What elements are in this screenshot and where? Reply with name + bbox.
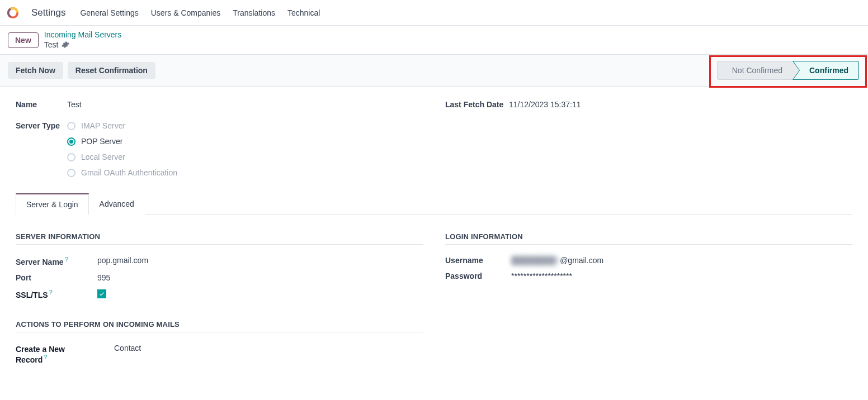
incoming-actions-title: Actions to Perform on Incoming Mails	[16, 320, 423, 332]
breadcrumb-parent-link[interactable]: Incoming Mail Servers	[44, 30, 122, 40]
port-value[interactable]: 995	[97, 273, 110, 282]
server-name-value[interactable]: pop.gmail.com	[97, 256, 148, 266]
status-confirmed[interactable]: Confirmed	[792, 61, 859, 80]
username-value[interactable]: ████████3@gmail.com	[511, 256, 603, 265]
nav-translations[interactable]: Translations	[233, 8, 275, 17]
server-info-title: Server Information	[16, 232, 423, 245]
help-icon[interactable]: ?	[44, 354, 48, 360]
tab-advanced[interactable]: Advanced	[89, 193, 145, 215]
server-type-pop[interactable]: POP Server	[67, 137, 177, 146]
ssl-checkbox[interactable]	[97, 289, 106, 298]
breadcrumb: Incoming Mail Servers Test	[44, 30, 122, 50]
breadcrumb-current: Test	[44, 40, 59, 50]
status-bar: Not Confirmed Confirmed	[717, 61, 859, 80]
server-type-gmail-oauth[interactable]: Gmail OAuth Authentication	[67, 168, 177, 177]
login-info-title: Login Information	[445, 232, 852, 245]
password-value[interactable]: ********************	[511, 272, 572, 280]
port-label: Port	[16, 273, 77, 282]
odoo-logo-icon[interactable]	[7, 7, 19, 19]
app-title[interactable]: Settings	[31, 7, 65, 18]
last-fetch-label: Last Fetch Date	[445, 99, 509, 109]
new-button[interactable]: New	[8, 32, 39, 48]
create-record-value[interactable]: Contact	[114, 344, 141, 364]
username-label: Username	[445, 256, 491, 265]
status-not-confirmed[interactable]: Not Confirmed	[717, 61, 792, 80]
name-label: Name	[16, 99, 67, 109]
ssl-label: SSL/TLS?	[16, 289, 77, 299]
tab-server-login[interactable]: Server & Login	[16, 193, 89, 215]
help-icon[interactable]: ?	[49, 289, 53, 296]
gear-icon[interactable]	[62, 41, 69, 49]
name-value[interactable]: Test	[67, 99, 82, 109]
help-icon[interactable]: ?	[65, 256, 69, 263]
nav-general-settings[interactable]: General Settings	[80, 8, 138, 17]
server-type-local[interactable]: Local Server	[67, 153, 177, 161]
reset-confirmation-button[interactable]: Reset Confirmation	[68, 62, 155, 79]
server-type-imap[interactable]: IMAP Server	[67, 121, 177, 130]
last-fetch-value: 11/12/2023 15:37:11	[509, 99, 581, 109]
password-label: Password	[445, 272, 491, 280]
server-name-label: Server Name?	[16, 256, 77, 266]
nav-users-companies[interactable]: Users & Companies	[151, 8, 221, 17]
fetch-now-button[interactable]: Fetch Now	[8, 62, 63, 79]
nav-technical[interactable]: Technical	[287, 8, 320, 17]
create-record-label: Create a New Record?	[16, 344, 94, 364]
server-type-label: Server Type	[16, 120, 67, 130]
